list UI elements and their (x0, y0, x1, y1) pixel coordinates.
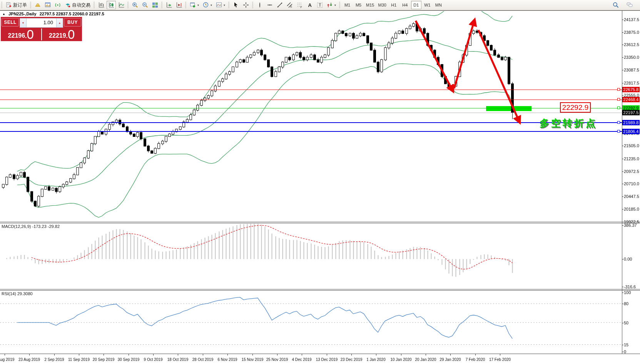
horizontal-level-line[interactable] (0, 108, 622, 108)
toolbar-group (92, 0, 126, 10)
toolbar-grip-icon (161, 2, 162, 8)
price-tick (622, 45, 623, 45)
time-tick (29, 354, 30, 356)
chevron-down-icon[interactable]: ▾ (224, 3, 225, 7)
collapse-panel-icon[interactable]: ▲ (2, 12, 5, 16)
new-order-button[interactable]: 新订单 (4, 1, 28, 9)
shapes-button[interactable]: ▾ (325, 1, 338, 9)
chevron-down-icon[interactable]: ▾ (197, 3, 199, 7)
market-watch-button[interactable] (43, 1, 52, 9)
horizontal-line-button[interactable] (265, 1, 274, 9)
bars-chart-button[interactable] (97, 1, 106, 9)
community-button[interactable] (625, 1, 634, 9)
tf-h1-button[interactable]: H1 (389, 1, 399, 9)
zoom-in-button[interactable] (130, 1, 140, 9)
crosshair-button[interactable] (241, 1, 251, 9)
macd-axis-label: 386.37 (624, 223, 637, 228)
rsi-tick (622, 323, 623, 323)
time-tick (227, 354, 228, 356)
line-anchor-handle[interactable] (617, 98, 620, 101)
price-callout[interactable]: 22292.9 (560, 102, 591, 113)
trendline-icon (277, 2, 283, 8)
tf-m5-button[interactable]: M5 (353, 1, 364, 9)
line-anchor-handle[interactable] (617, 88, 620, 91)
volume-value[interactable]: 1.00 (27, 18, 56, 27)
time-tick (129, 354, 129, 356)
search-button[interactable] (611, 1, 620, 9)
horizontal-level-line[interactable] (0, 122, 622, 123)
vertical-line-button[interactable] (255, 1, 264, 9)
line-anchor-handle[interactable] (617, 106, 620, 109)
rsi-axis-label: 100 (624, 291, 631, 295)
buy-price[interactable]: 22219.0 (42, 28, 82, 41)
autotrade-icon (65, 2, 71, 8)
autotrade-button[interactable]: 自动交易 (63, 1, 92, 9)
cursor-button[interactable] (231, 1, 241, 9)
line-chart-icon (118, 2, 124, 8)
price-axis-strip[interactable] (622, 11, 640, 364)
horizontal-level-line[interactable] (0, 100, 622, 100)
chevron-down-icon[interactable]: ▾ (211, 3, 212, 7)
toolbar-group: 自动交易 (29, 0, 92, 10)
trendline-button[interactable] (275, 1, 284, 9)
tf-m30-button[interactable]: M30 (376, 1, 388, 9)
rsi-axis-label: 15 (624, 343, 628, 347)
equidistant-channel-button[interactable]: E (285, 1, 294, 9)
line-anchor-handle[interactable] (617, 130, 620, 133)
line-chart-button[interactable] (117, 1, 126, 9)
tile-windows-button[interactable] (150, 1, 160, 9)
tf-d1-button[interactable]: D1 (411, 1, 421, 9)
signal-button[interactable] (53, 1, 62, 9)
toolbar-grip-icon (94, 2, 95, 8)
tf-w1-button[interactable]: W1 (422, 1, 433, 9)
time-tick (327, 354, 327, 356)
one-click-prices: 22196.0 22219.0 (1, 28, 82, 41)
indicators-icon (190, 2, 196, 8)
current-price-line[interactable] (0, 113, 622, 113)
buy-button[interactable]: BUY (64, 18, 81, 27)
price-axis-border (622, 11, 622, 354)
fibonacci-button[interactable]: F (295, 1, 304, 9)
templates-button[interactable]: ▾ (214, 1, 227, 9)
chart-canvas[interactable] (0, 0, 640, 364)
date-axis-label: 2 Sep 2019 (44, 357, 64, 362)
sell-button[interactable]: SELL (2, 18, 19, 27)
toolbar-group (227, 0, 251, 10)
date-axis-label: 25 Nov 2019 (266, 357, 288, 362)
tf-m1-button[interactable]: M1 (342, 1, 353, 9)
periods-button[interactable]: ▾ (201, 1, 214, 9)
indicators-button[interactable]: ▾ (188, 1, 201, 9)
turning-point-label[interactable]: 多空转折点 (540, 117, 597, 130)
price-tick (622, 57, 623, 58)
price-line-badge: 21806.4 (622, 129, 640, 134)
line-anchor-handle[interactable] (617, 121, 620, 124)
cursor-icon (233, 2, 239, 8)
tf-h4-label: H4 (402, 3, 408, 7)
zoom-out-button[interactable] (140, 1, 150, 9)
volume-increase-button[interactable]: ▲ (56, 18, 63, 27)
price-axis-label: 20447.5 (624, 194, 639, 199)
autotrade-label: 自动交易 (72, 2, 90, 8)
macd-rsi-separator[interactable] (0, 289, 640, 289)
auto-scroll-button[interactable] (164, 1, 174, 9)
candles-chart-button[interactable] (107, 1, 116, 9)
price-axis-label: 23612.5 (624, 43, 639, 47)
text-button[interactable]: A (305, 1, 314, 9)
fibonacci-icon: F (297, 2, 303, 8)
chevron-down-icon[interactable]: ▾ (334, 3, 336, 7)
tf-h4-button[interactable]: H4 (400, 1, 410, 9)
sell-price[interactable]: 22196.0 (1, 28, 41, 41)
gold-button[interactable] (33, 1, 42, 9)
horizontal-level-line[interactable] (0, 131, 622, 132)
tf-mn-button[interactable]: MN (433, 1, 444, 9)
ohlc-values: 22797.5 22837.5 22060.0 22197.5 (40, 12, 104, 16)
chart-shift-button[interactable] (174, 1, 184, 9)
toolbar-group: M1M5M15M30H1H4D1W1MN (338, 0, 444, 10)
main-macd-separator[interactable] (0, 222, 640, 222)
tf-m15-label: M15 (366, 3, 374, 7)
horizontal-level-line[interactable] (0, 90, 622, 90)
volume-decrease-button[interactable]: ▼ (20, 18, 27, 27)
text-label-button[interactable]: T (315, 1, 324, 9)
tf-m15-button[interactable]: M15 (364, 1, 376, 9)
time-axis-border (0, 354, 640, 354)
